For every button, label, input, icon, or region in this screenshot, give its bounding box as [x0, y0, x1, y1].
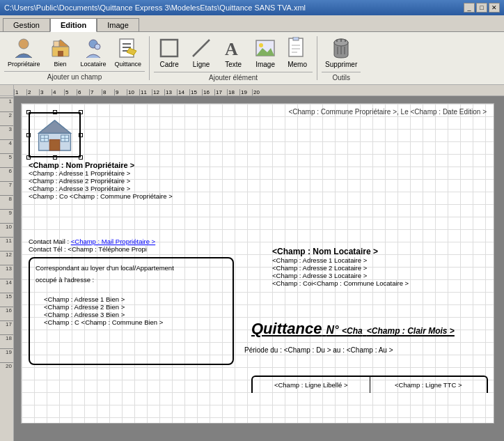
- tool-memo-label: Memo: [288, 61, 307, 68]
- periode-block: Période du : <Champ : Du > au : <Champ :…: [244, 346, 393, 354]
- loc-addr1: <Champ : Adresse 1 Locataire >: [272, 256, 409, 264]
- ligne-icon: [190, 37, 212, 59]
- quittance-cha: <Cha: [342, 326, 363, 336]
- tool-locataire[interactable]: Locataire: [77, 35, 110, 70]
- proprietaire-block: <Champ : Nom Propriétaire > <Champ : Adr…: [29, 161, 173, 200]
- app-window: C:\Users\Public\Documents\Quittance Expr…: [0, 0, 504, 441]
- tool-quittance-label: Quittance: [115, 61, 142, 68]
- contact-mail-row: Contact Mail : <Champ : Mail Propriétair…: [29, 238, 155, 245]
- svg-point-0: [19, 39, 29, 49]
- proprietaire-icon: [13, 37, 35, 59]
- tool-bien[interactable]: Bien: [45, 35, 76, 70]
- ruler-tick: 6: [77, 89, 89, 95]
- top-ruler: 1 2 3 4 5 6 7 8 9 10 11 12 13 14 15 16 1…: [14, 85, 504, 96]
- ruler-tick: 5: [64, 89, 77, 95]
- toolbar: Propriétaire Bien: [0, 32, 504, 85]
- title-text: C:\Users\Public\Documents\Quittance Expr…: [4, 3, 306, 12]
- tool-locataire-label: Locataire: [81, 61, 107, 68]
- correspondant-box: Correspondant au loyer d'un local/Appart…: [29, 257, 234, 365]
- svg-rect-12: [161, 40, 178, 56]
- cadre-icon: [158, 37, 180, 59]
- ruler-tick: 19: [239, 89, 252, 95]
- tool-ligne-label: Ligne: [193, 61, 210, 68]
- bottom-table: <Champ : Ligne Libellé > <Champ : Ligne …: [251, 376, 488, 393]
- periode-au-label: au :: [333, 346, 345, 354]
- ruler-row: 1 2 3 4 5 6 7 8 9 10 11 12 13 14 15 16 1…: [0, 85, 504, 96]
- left-ruler-tick: 3: [0, 125, 13, 139]
- quittance-clair-mois: <Champ : Clair Mois >: [367, 326, 455, 336]
- tab-gestion[interactable]: Gestion: [3, 18, 50, 31]
- main-area: 1 2 3 4 5 6 7 8 9 10 11 12 13 14 15 16 1…: [0, 96, 504, 441]
- tool-ligne[interactable]: Ligne: [186, 35, 216, 70]
- toolbar-group-outils: Supprimer Outils: [322, 35, 361, 82]
- house-svg: [36, 116, 74, 154]
- supprimer-icon: [330, 37, 352, 59]
- minimize-button[interactable]: _: [464, 3, 475, 13]
- tool-texte[interactable]: A Texte: [218, 35, 249, 70]
- svg-marker-29: [39, 121, 71, 133]
- locataire-block: <Champ : Nom Locataire > <Champ : Adress…: [272, 247, 409, 287]
- tab-bar: Gestion Edition Image: [0, 15, 504, 32]
- toolbar-group-element: Cadre Ligne A: [154, 35, 313, 82]
- separator-2: [317, 36, 317, 80]
- svg-rect-4: [54, 41, 59, 47]
- toolbar-group-champ-items: Propriétaire Bien: [4, 35, 145, 70]
- prop-addr2: <Champ : Adresse 2 Propriétaire >: [29, 177, 173, 185]
- contact-mail-value[interactable]: <Champ : Mail Propriétaire >: [71, 238, 155, 245]
- tool-image[interactable]: Image: [250, 35, 281, 70]
- quittance-word: Quittance: [251, 320, 322, 337]
- ruler-tick: 15: [189, 89, 202, 95]
- svg-point-6: [95, 44, 100, 49]
- svg-point-16: [259, 43, 263, 47]
- maximize-button[interactable]: □: [476, 3, 487, 13]
- left-ruler-tick: 18: [0, 334, 13, 348]
- table-col-ttc: <Champ : Ligne TTC >: [370, 377, 487, 393]
- tool-supprimer[interactable]: Supprimer: [322, 35, 361, 70]
- left-ruler-tick: 20: [0, 362, 13, 376]
- left-ruler-tick: 9: [0, 209, 13, 223]
- table-col-libelle: <Champ : Ligne Libellé >: [253, 377, 370, 393]
- tool-cadre[interactable]: Cadre: [154, 35, 184, 70]
- tab-edition[interactable]: Edition: [50, 18, 97, 32]
- contact-tel-row: Contact Tél : <Champ : Téléphone Propi: [29, 245, 155, 253]
- contact-block: Contact Mail : <Champ : Mail Propriétair…: [29, 238, 155, 253]
- document-page: <Champ : Commune Propriétaire >, Le <Cha…: [21, 103, 494, 424]
- title-bar: C:\Users\Public\Documents\Quittance Expr…: [0, 0, 504, 15]
- svg-rect-18: [289, 38, 303, 56]
- window-controls: _ □ ✕: [464, 3, 500, 13]
- tool-cadre-label: Cadre: [159, 61, 178, 68]
- left-ruler-tick: 1: [0, 98, 13, 111]
- left-ruler-tick: 8: [0, 195, 13, 209]
- loc-addr3: <Champ : Adresse 3 Locataire >: [272, 272, 409, 279]
- ruler-tick: 9: [114, 89, 127, 95]
- bien-icon: [49, 37, 72, 59]
- left-ruler-tick: 2: [0, 111, 13, 125]
- periode-label: Période du :: [244, 346, 282, 354]
- canvas-area[interactable]: <Champ : Commune Propriétaire >, Le <Cha…: [14, 96, 504, 441]
- correspondant-line1: Correspondant au loyer d'un local/Appart…: [36, 264, 227, 272]
- prop-addr3: <Champ : Adresse 3 Propriétaire >: [29, 185, 173, 192]
- tab-image[interactable]: Image: [97, 18, 139, 31]
- prop-addr1: <Champ : Adresse 1 Propriétaire >: [29, 169, 173, 177]
- ruler-corner: [0, 85, 14, 96]
- correspondant-addr3: <Champ : Adresse 3 Bien >: [44, 311, 227, 318]
- ruler-tick: 18: [227, 89, 239, 95]
- tool-quittance[interactable]: Quittance: [111, 35, 145, 70]
- ruler-tick: 16: [202, 89, 214, 95]
- correspondant-addr1: <Champ : Adresse 1 Bien >: [44, 295, 227, 303]
- left-ruler-tick: 6: [0, 167, 13, 181]
- ruler-tick: 4: [52, 89, 64, 95]
- ruler-tick: 12: [152, 89, 164, 95]
- loc-name: <Champ : Nom Locataire >: [272, 247, 409, 256]
- tool-proprietaire-label: Propriétaire: [8, 61, 40, 68]
- tool-proprietaire[interactable]: Propriétaire: [4, 35, 44, 70]
- close-button[interactable]: ✕: [489, 3, 500, 13]
- toolbar-group-champ: Propriétaire Bien: [4, 35, 145, 82]
- left-ruler-tick: 5: [0, 153, 13, 167]
- image-icon: [254, 37, 276, 59]
- ruler-tick: 20: [252, 89, 265, 95]
- ruler-tick: 14: [177, 89, 189, 95]
- tool-memo[interactable]: Memo: [282, 35, 313, 70]
- texte-icon: A: [222, 37, 244, 59]
- left-ruler-tick: 15: [0, 293, 13, 307]
